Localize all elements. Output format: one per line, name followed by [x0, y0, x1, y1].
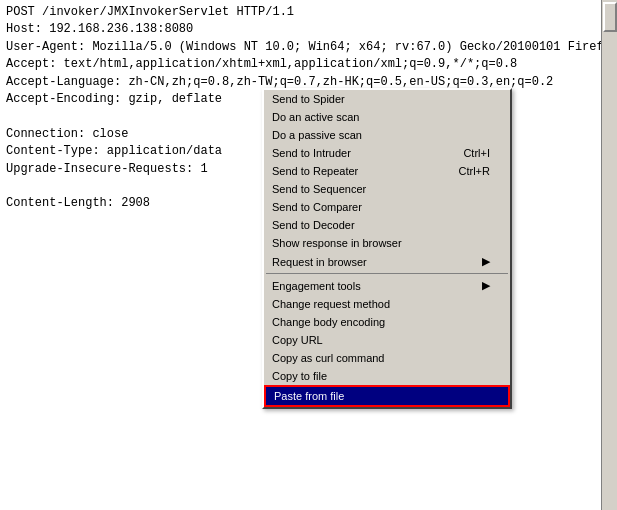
- menu-item-copy-url[interactable]: Copy URL: [264, 331, 510, 349]
- menu-item-label: Send to Repeater: [272, 165, 358, 177]
- menu-item-paste-from-file[interactable]: Paste from file: [264, 385, 510, 407]
- menu-separator: [266, 273, 508, 274]
- menu-item-label: Paste from file: [274, 390, 344, 402]
- menu-item-label: Do an active scan: [272, 111, 359, 123]
- menu-item-label: Copy as curl command: [272, 352, 385, 364]
- menu-item-shortcut: Ctrl+I: [463, 147, 490, 159]
- menu-item-label: Send to Spider: [272, 93, 345, 105]
- menu-item-label: Copy to file: [272, 370, 327, 382]
- menu-item-label: Copy URL: [272, 334, 323, 346]
- menu-item-engagement-tools[interactable]: Engagement tools▶: [264, 276, 510, 295]
- menu-item-shortcut: Ctrl+R: [459, 165, 490, 177]
- menu-item-do-passive-scan[interactable]: Do a passive scan: [264, 126, 510, 144]
- menu-item-do-active-scan[interactable]: Do an active scan: [264, 108, 510, 126]
- scrollbar-thumb[interactable]: [603, 2, 617, 32]
- submenu-arrow-icon: ▶: [482, 255, 490, 268]
- menu-item-copy-to-file[interactable]: Copy to file: [264, 367, 510, 385]
- menu-item-label: Change body encoding: [272, 316, 385, 328]
- menu-item-label: Send to Comparer: [272, 201, 362, 213]
- menu-item-send-to-sequencer[interactable]: Send to Sequencer: [264, 180, 510, 198]
- menu-item-label: Show response in browser: [272, 237, 402, 249]
- menu-item-request-in-browser[interactable]: Request in browser▶: [264, 252, 510, 271]
- menu-item-send-to-decoder[interactable]: Send to Decoder: [264, 216, 510, 234]
- menu-item-send-to-spider[interactable]: Send to Spider: [264, 90, 510, 108]
- menu-item-label: Change request method: [272, 298, 390, 310]
- menu-item-copy-as-curl[interactable]: Copy as curl command: [264, 349, 510, 367]
- menu-item-label: Request in browser: [272, 256, 367, 268]
- menu-item-label: Send to Sequencer: [272, 183, 366, 195]
- menu-item-send-to-comparer[interactable]: Send to Comparer: [264, 198, 510, 216]
- menu-item-change-body-encoding[interactable]: Change body encoding: [264, 313, 510, 331]
- menu-item-send-to-intruder[interactable]: Send to IntruderCtrl+I: [264, 144, 510, 162]
- menu-item-change-request-method[interactable]: Change request method: [264, 295, 510, 313]
- menu-item-label: Engagement tools: [272, 280, 361, 292]
- context-menu: Send to SpiderDo an active scanDo a pass…: [262, 88, 512, 409]
- submenu-arrow-icon: ▶: [482, 279, 490, 292]
- menu-item-label: Send to Intruder: [272, 147, 351, 159]
- menu-item-label: Do a passive scan: [272, 129, 362, 141]
- menu-item-show-response-browser[interactable]: Show response in browser: [264, 234, 510, 252]
- menu-item-label: Send to Decoder: [272, 219, 355, 231]
- menu-item-send-to-repeater[interactable]: Send to RepeaterCtrl+R: [264, 162, 510, 180]
- scrollbar[interactable]: [601, 0, 617, 510]
